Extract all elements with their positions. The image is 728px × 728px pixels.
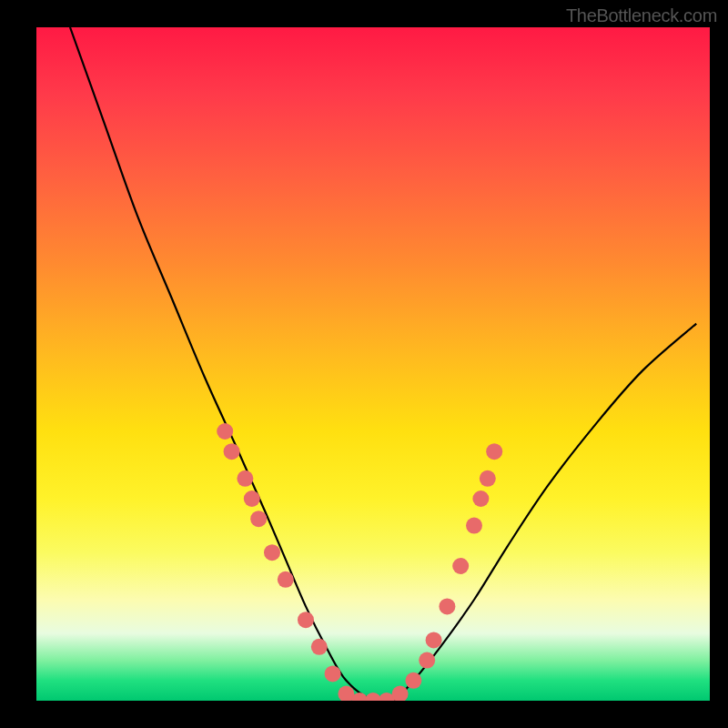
curve-marker	[244, 490, 260, 507]
curve-marker	[325, 665, 341, 682]
curve-marker	[480, 470, 496, 487]
curve-marker	[466, 518, 482, 534]
curve-marker	[426, 632, 442, 648]
curve-marker	[278, 571, 294, 588]
curve-svg	[36, 27, 710, 701]
watermark-text: TheBottleneck.com	[566, 5, 717, 26]
curve-markers	[217, 423, 502, 701]
curve-marker	[472, 490, 489, 507]
chart-container: TheBottleneck.com	[0, 0, 728, 728]
curve-marker	[419, 652, 435, 669]
curve-marker	[311, 639, 328, 655]
curve-marker	[439, 598, 455, 614]
curve-marker	[264, 544, 280, 561]
curve-marker	[452, 558, 469, 574]
bottleneck-curve	[70, 27, 696, 701]
curve-marker	[486, 443, 502, 460]
curve-marker	[217, 423, 233, 440]
curve-marker	[298, 612, 314, 628]
plot-area	[36, 27, 710, 701]
curve-marker	[405, 672, 421, 689]
curve-marker	[250, 511, 267, 527]
curve-marker	[237, 470, 253, 487]
curve-marker	[224, 443, 240, 460]
